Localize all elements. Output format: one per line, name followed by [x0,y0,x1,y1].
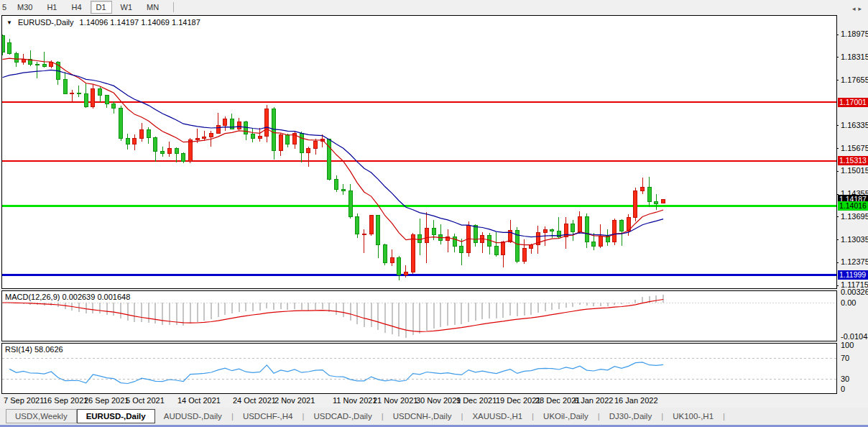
candle-body [377,216,380,245]
macd-histogram-bar [343,303,344,317]
macd-histogram-bar [294,303,295,309]
rsi-panel[interactable]: RSI(14) 58.0626 [1,343,837,394]
macd-histogram-bar [245,303,246,311]
macd-histogram-bar [377,303,379,330]
timeframe-button-m30[interactable]: M30 [11,1,38,14]
macd-histogram-bar [106,303,108,315]
candlestick-chart[interactable] [2,16,836,288]
candle-body [300,133,303,152]
candle-body [655,202,658,204]
candle-body [634,191,637,218]
chart-tab-usdchf-h4[interactable]: USDCHF-,H4 [234,410,302,423]
macd-histogram-bar [405,303,407,338]
macd-panel[interactable]: MACD(12,26,9) 0.002639 0.001648 [1,290,837,341]
price-axis-tick: 1.18975 [841,29,868,38]
candle-body [175,148,178,153]
chart-tab-usdcnh-daily[interactable]: USDCNH-,Daily [384,410,461,423]
price-axis-tick-mark [836,171,839,172]
rsi-axis-tick: 100 [841,341,854,349]
candle-body [390,258,394,263]
candle-body [265,109,269,136]
candle-body [35,64,39,65]
timeframe-button-h4[interactable]: H4 [65,1,87,14]
timeframe-button-5[interactable]: 5 [0,1,9,14]
macd-axis-tick: 0.003261 [841,288,868,296]
candle-body [167,148,171,153]
macd-axis-tick: 0.00 [841,298,856,307]
macd-histogram-bar [336,303,337,315]
rsi-axis-tick: 70 [841,354,849,362]
candle-body [91,88,95,106]
candle-body [84,93,88,106]
date-tick: 26 Sep 2021 [84,396,129,405]
price-axis-tick: 1.17655 [841,75,868,84]
candle-body [369,216,373,234]
price-axis-tick-mark [836,35,839,35]
macd-histogram-bar [496,303,497,318]
date-tick: 6 Jan 2022 [574,396,613,405]
macd-histogram-bar [371,303,372,327]
date-tick: 11 Nov 2021 [333,396,377,405]
macd-histogram-bar [252,303,254,311]
macd-histogram-bar [120,303,121,318]
macd-histogram-bar [545,303,546,311]
candle-body [356,217,359,234]
chart-tab-eurusd-daily[interactable]: EURUSD-,Daily [77,409,155,423]
chart-tab-uk100-h1[interactable]: UK100-,H1 [664,410,722,423]
chart-menu-triangle-icon[interactable]: ▼ [6,19,12,26]
candle-body [50,63,53,66]
macd-histogram-bar [364,303,365,327]
macd-histogram-bar [634,300,636,303]
candle-body [425,229,428,243]
macd-histogram-bar [176,303,177,325]
macd-histogram-bar [433,303,435,329]
macd-histogram-bar [530,303,532,315]
macd-histogram-bar [607,303,609,306]
candle-body [126,138,129,144]
macd-histogram-bar [211,303,212,319]
tab-scroll-right-icon[interactable]: ▸ [858,5,864,12]
price-axis-tick-mark [836,57,839,58]
macd-axis-tick: -0.010438 [841,332,868,341]
price-axis-tick: 1.13695 [841,212,868,221]
price-axis-tick-mark [836,148,839,149]
candle-body [620,220,624,231]
candle-body [258,136,262,138]
candle-body [383,245,387,263]
date-tick: 14 Oct 2021 [177,396,221,405]
timeframe-toolbar: 5M30H1H4D1W1MN [0,0,868,14]
candle-body [147,129,150,137]
timeframe-button-w1[interactable]: W1 [115,1,139,14]
rsi-chart[interactable] [2,344,836,393]
macd-histogram-bar [224,303,226,315]
chart-tab-usdx-weekly[interactable]: USDX,Weekly [6,409,77,423]
timeframe-button-mn[interactable]: MN [141,1,165,14]
candle-body [63,80,67,94]
chart-tab-dj30-daily[interactable]: DJ30-,Daily [601,410,660,423]
tab-scroll-arrows[interactable]: ◂▸ [852,5,864,12]
macd-histogram-bar [524,303,525,316]
macd-histogram-bar [384,303,386,333]
chart-tab-xauusd-h1[interactable]: XAUUSD-,H1 [463,410,531,423]
date-tick: 16 Jan 2022 [614,396,658,405]
candle-body [599,237,602,246]
candle-body [613,220,617,242]
candle-body [341,189,345,190]
macd-histogram-bar [468,303,469,322]
macd-histogram-bar [259,303,261,311]
date-tick: 19 Dec 2021 [496,396,540,405]
timeframe-button-d1[interactable]: D1 [91,1,112,14]
price-chart-panel[interactable]: ▼ EURUSD-,Daily 1.14096 1.14197 1.14069 … [1,15,837,289]
chart-tab-ukoil-daily[interactable]: UKOil-,Daily [535,410,597,423]
chart-tab-audusd-daily[interactable]: AUDUSD-,Daily [155,410,231,423]
macd-histogram-bar [266,303,267,308]
chart-symbol-label: EURUSD-,Daily [18,18,74,27]
chart-tab-usdcad-daily[interactable]: USDCAD-,Daily [305,410,381,423]
candle-body [182,153,185,161]
candle-body [161,152,165,154]
macd-histogram-bar [86,303,87,313]
candle-body [494,247,498,255]
candle-body [154,138,157,152]
macd-histogram-bar [183,303,184,326]
timeframe-button-h1[interactable]: H1 [41,1,63,14]
